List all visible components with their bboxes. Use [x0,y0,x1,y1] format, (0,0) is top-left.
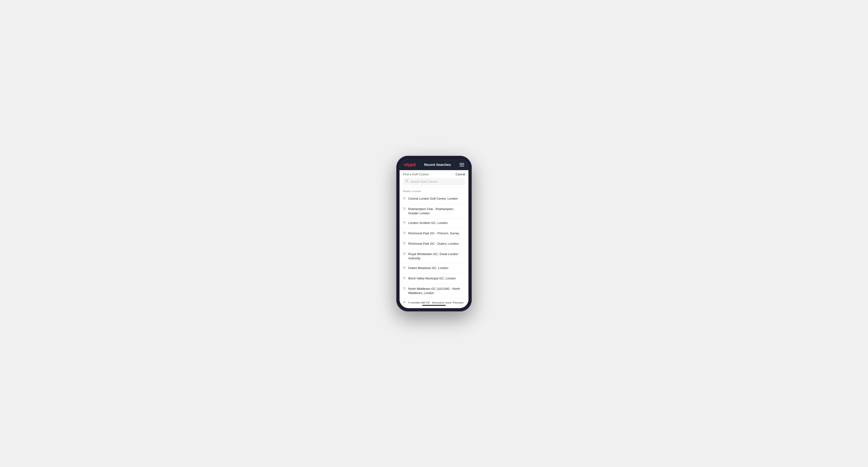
course-name: Central London Golf Centre, London [408,196,458,201]
course-name: Royal Wimbledon GC, Great London Authori… [408,252,465,260]
svg-point-9 [404,278,405,278]
nearby-label: Nearby courses [400,187,468,194]
pin-icon [403,301,406,304]
svg-point-10 [404,288,405,289]
find-label: Find a Golf Course [403,173,429,176]
course-list-item[interactable]: Roehampton Club - Roehampton, Greater Lo… [400,205,468,218]
header-title: Recent Searches [424,163,451,166]
pin-icon [403,207,406,212]
app-logo: clippd [404,162,415,167]
hamburger-line-3 [460,166,464,166]
course-name: Dukes Meadows GC, London [408,266,448,270]
pin-icon [403,242,406,247]
cancel-button[interactable]: Cancel [456,173,465,176]
course-list-item[interactable]: London Scottish GC, London [400,218,468,229]
svg-point-4 [404,222,405,222]
pin-icon [403,197,406,201]
pin-icon [403,266,406,271]
course-list-item[interactable]: Central London Golf Centre, London [400,194,468,205]
course-name: Richmond Park GC - Duke's, London [408,242,459,246]
course-name: London Scottish GC, London [408,221,448,225]
svg-point-5 [404,232,405,233]
search-icon [405,179,408,184]
svg-point-7 [404,253,405,254]
course-name: North Middlesex GC (1011942 - North Midd… [408,287,465,295]
pin-icon [403,221,406,226]
pin-icon [403,231,406,236]
hamburger-line-1 [460,163,464,163]
course-name: Richmond Park GC - Prince's, Surrey [408,231,459,236]
phone-screen: clippd Recent Searches Find a Golf Cours… [400,159,468,308]
course-list-item[interactable]: Royal Wimbledon GC, Great London Authori… [400,249,468,263]
course-name: Coombe Hill GC, Kingston upon Thames [408,301,464,304]
app-header: clippd Recent Searches [400,159,468,170]
svg-point-3 [404,208,405,209]
course-list-item[interactable]: Richmond Park GC - Duke's, London [400,239,468,249]
phone-frame: clippd Recent Searches Find a Golf Cours… [396,156,472,311]
hamburger-line-2 [460,164,464,165]
home-bar [422,305,446,306]
course-list-item[interactable]: Dukes Meadows GC, London [400,263,468,274]
search-wrapper [403,178,465,185]
menu-button[interactable] [460,163,464,166]
find-row: Find a Golf Course Cancel [403,173,465,176]
nearby-courses-section: Nearby courses Central London Golf Centr… [400,187,468,304]
pin-icon [403,252,406,257]
pin-icon [403,277,406,281]
courses-list: Central London Golf Centre, London Roeha… [400,194,468,304]
course-name: Brent Valley Municipal GC, London [408,276,456,281]
svg-point-11 [404,302,405,303]
svg-point-6 [404,243,405,243]
course-list-item[interactable]: North Middlesex GC (1011942 - North Midd… [400,284,468,298]
course-list-item[interactable]: Coombe Hill GC, Kingston upon Thames [400,298,468,304]
svg-line-1 [408,182,408,182]
svg-point-8 [404,267,405,268]
course-name: Roehampton Club - Roehampton, Greater Lo… [408,207,465,215]
search-input[interactable] [403,178,465,185]
home-indicator [400,304,468,308]
pin-icon [403,287,406,292]
search-area: Find a Golf Course Cancel [400,170,468,187]
course-list-item[interactable]: Richmond Park GC - Prince's, Surrey [400,229,468,239]
course-list-item[interactable]: Brent Valley Municipal GC, London [400,274,468,284]
svg-point-2 [404,197,405,198]
